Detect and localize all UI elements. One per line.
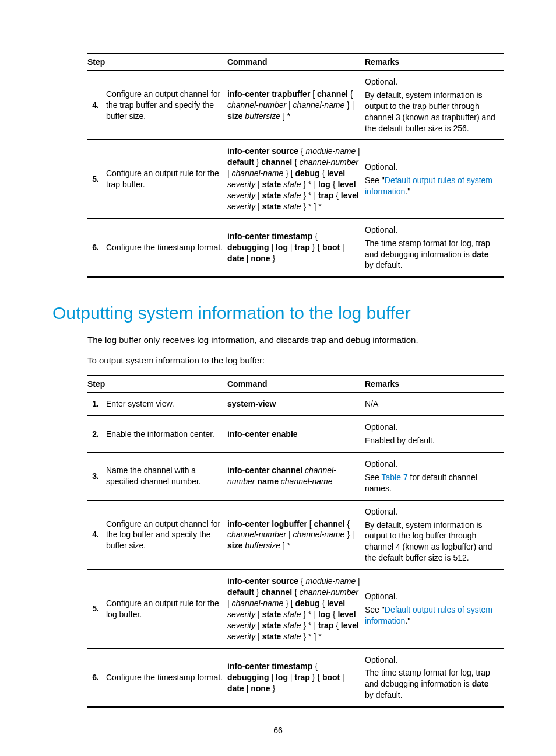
command-syntax: info-center source { module-name | defau… xyxy=(227,570,365,648)
remarks-cell: Optional.By default, system information … xyxy=(365,71,504,140)
remarks-cell: Optional.Enabled by default. xyxy=(365,416,504,453)
page: Step Command Remarks 4.Configure an outp… xyxy=(0,0,556,756)
remarks-cell: Optional.See Table 7 for default channel… xyxy=(365,453,504,501)
section-heading: Outputting system information to the log… xyxy=(52,303,504,323)
step-number: 3. xyxy=(87,453,106,501)
table1-body: 4.Configure an output channel for the tr… xyxy=(87,71,504,278)
step-description: Configure an output channel for the log … xyxy=(106,500,227,569)
command-syntax: info-center channel channel-number name … xyxy=(227,453,365,501)
step-description: Configure the timestamp format. xyxy=(106,218,227,277)
step-number: 5. xyxy=(87,570,106,648)
paragraph-1: The log buffer only receives log informa… xyxy=(87,334,495,346)
paragraph-2: To output system information to the log … xyxy=(87,354,495,366)
remarks-cell: N/A xyxy=(365,393,504,416)
cross-reference-link[interactable]: Default output rules of system informati… xyxy=(365,605,492,625)
command-syntax: info-center enable xyxy=(227,416,365,453)
step-number: 4. xyxy=(87,500,106,569)
step-number: 6. xyxy=(87,218,106,277)
table-row: 4.Configure an output channel for the tr… xyxy=(87,71,504,140)
table-trap-buffer: Step Command Remarks 4.Configure an outp… xyxy=(87,52,504,278)
remarks-cell: Optional.The time stamp format for log, … xyxy=(365,218,504,277)
step-description: Configure an output rule for the trap bu… xyxy=(106,140,227,218)
command-syntax: info-center timestamp { debugging | log … xyxy=(227,648,365,707)
step-number: 4. xyxy=(87,71,106,140)
step-description: Configure an output channel for the trap… xyxy=(106,71,227,140)
table-row: 5.Configure an output rule for the trap … xyxy=(87,140,504,218)
command-syntax: info-center logbuffer [ channel { channe… xyxy=(227,500,365,569)
cross-reference-link[interactable]: Table 7 xyxy=(382,473,408,482)
step-number: 5. xyxy=(87,140,106,218)
remarks-cell: Optional.See "Default output rules of sy… xyxy=(365,570,504,648)
col-command: Command xyxy=(227,375,365,393)
step-number: 1. xyxy=(87,393,106,416)
command-syntax: system-view xyxy=(227,393,365,416)
step-number: 2. xyxy=(87,416,106,453)
table-row: 5.Configure an output rule for the log b… xyxy=(87,570,504,648)
step-description: Enter system view. xyxy=(106,393,227,416)
command-syntax: info-center source { module-name | defau… xyxy=(227,140,365,218)
remarks-cell: Optional.The time stamp format for log, … xyxy=(365,648,504,707)
step-description: Enable the information center. xyxy=(106,416,227,453)
cross-reference-link[interactable]: Default output rules of system informati… xyxy=(365,176,492,196)
col-remarks: Remarks xyxy=(365,53,504,71)
table2-body: 1.Enter system view.system-viewN/A2.Enab… xyxy=(87,393,504,707)
table-row: 6.Configure the timestamp format.info-ce… xyxy=(87,218,504,277)
command-syntax: info-center trapbuffer [ channel { chann… xyxy=(227,71,365,140)
step-description: Configure an output rule for the log buf… xyxy=(106,570,227,648)
table-row: 3.Name the channel with a specified chan… xyxy=(87,453,504,501)
page-number: 66 xyxy=(0,726,556,735)
col-remarks: Remarks xyxy=(365,375,504,393)
col-step: Step xyxy=(87,53,227,71)
step-number: 6. xyxy=(87,648,106,707)
table-row: 6.Configure the timestamp format.info-ce… xyxy=(87,648,504,707)
step-description: Name the channel with a specified channe… xyxy=(106,453,227,501)
command-syntax: info-center timestamp { debugging | log … xyxy=(227,218,365,277)
col-step: Step xyxy=(87,375,227,393)
table-log-buffer: Step Command Remarks 1.Enter system view… xyxy=(87,374,504,708)
table-row: 2.Enable the information center.info-cen… xyxy=(87,416,504,453)
step-description: Configure the timestamp format. xyxy=(106,648,227,707)
remarks-cell: Optional.By default, system information … xyxy=(365,500,504,569)
table-row: 1.Enter system view.system-viewN/A xyxy=(87,393,504,416)
table-row: 4.Configure an output channel for the lo… xyxy=(87,500,504,569)
col-command: Command xyxy=(227,53,365,71)
remarks-cell: Optional.See "Default output rules of sy… xyxy=(365,140,504,218)
